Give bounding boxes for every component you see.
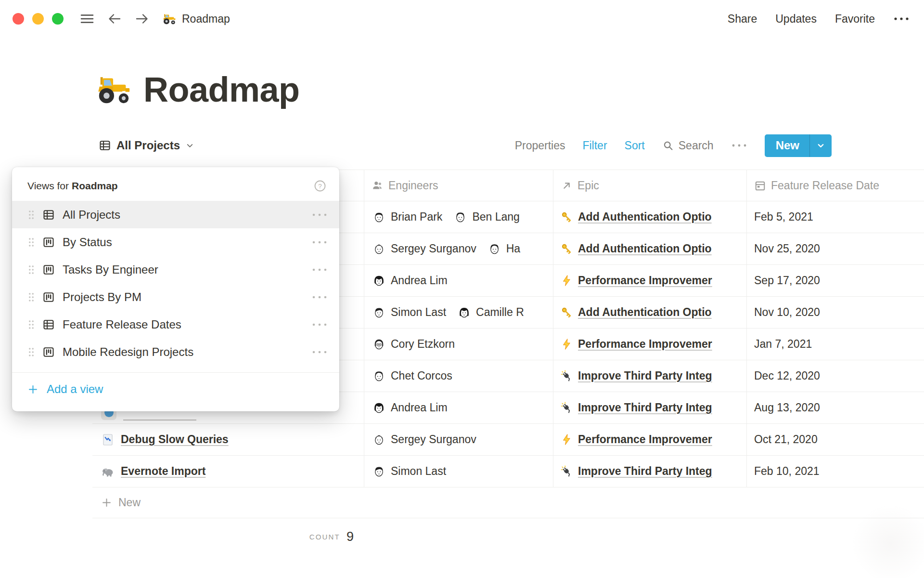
new-button[interactable]: New bbox=[765, 134, 809, 157]
breadcrumb[interactable]: Roadmap bbox=[162, 12, 230, 26]
add-view-button[interactable]: Add a view bbox=[12, 373, 339, 406]
name-cell[interactable]: Debug Slow Queries bbox=[92, 424, 364, 455]
epic-cell[interactable]: Add Authentication Optio bbox=[553, 297, 747, 328]
view-item-tasks-by-engineer[interactable]: Tasks By Engineer bbox=[12, 256, 339, 283]
person-chip[interactable]: Ben Lang bbox=[453, 210, 519, 224]
drag-handle-icon[interactable] bbox=[27, 292, 35, 302]
engineers-cell[interactable]: Cory Etzkorn bbox=[364, 328, 553, 360]
drag-handle-icon[interactable] bbox=[27, 237, 35, 248]
engineers-cell[interactable]: Simon Last bbox=[364, 456, 553, 487]
filter-button[interactable]: Filter bbox=[582, 139, 607, 152]
updates-button[interactable]: Updates bbox=[775, 13, 817, 26]
column-header-feature-release-date[interactable]: Feature Release Date bbox=[747, 170, 924, 201]
share-button[interactable]: Share bbox=[728, 13, 757, 26]
back-arrow-icon[interactable] bbox=[107, 12, 122, 26]
epic-link[interactable]: Add Authentication Optio bbox=[578, 306, 712, 319]
view-item-more-icon[interactable] bbox=[311, 212, 328, 217]
close-window-button[interactable] bbox=[13, 13, 24, 25]
epic-link[interactable]: Add Authentication Optio bbox=[578, 210, 712, 223]
person-chip[interactable]: Simon Last bbox=[372, 464, 446, 479]
release-date-cell[interactable]: Aug 13, 2020 bbox=[747, 392, 924, 423]
help-icon[interactable]: ? bbox=[313, 179, 327, 193]
epic-cell[interactable]: Performance Improvemer bbox=[553, 265, 747, 296]
view-item-more-icon[interactable] bbox=[311, 295, 328, 300]
drag-handle-icon[interactable] bbox=[27, 210, 35, 220]
release-date-cell[interactable]: Sep 17, 2020 bbox=[747, 265, 924, 296]
sidebar-menu-icon[interactable] bbox=[80, 13, 94, 25]
engineers-cell[interactable]: Brian ParkBen Lang bbox=[364, 201, 553, 233]
person-chip[interactable]: Brian Park bbox=[372, 210, 442, 224]
epic-link[interactable]: Add Authentication Optio bbox=[578, 242, 712, 255]
release-date-cell[interactable]: Oct 21, 2020 bbox=[747, 424, 924, 455]
release-date-cell[interactable]: Jan 7, 2021 bbox=[747, 328, 924, 360]
person-chip[interactable]: Camille R bbox=[457, 305, 524, 320]
person-chip[interactable]: Sergey Surganov bbox=[372, 432, 476, 447]
zoom-window-button[interactable] bbox=[52, 13, 64, 25]
view-item-more-icon[interactable] bbox=[311, 267, 328, 272]
engineers-cell[interactable]: Sergey SurganovHa bbox=[364, 233, 553, 264]
table-more-icon[interactable] bbox=[731, 143, 747, 148]
name-cell[interactable]: Evernote Import bbox=[92, 456, 364, 487]
engineers-cell[interactable]: Andrea Lim bbox=[364, 392, 553, 423]
search-button[interactable]: Search bbox=[662, 139, 714, 152]
epic-link[interactable]: Performance Improvemer bbox=[578, 274, 712, 287]
drag-handle-icon[interactable] bbox=[27, 319, 35, 330]
page-title-link[interactable]: Evernote Import bbox=[121, 465, 205, 478]
view-item-mobile-redesign-projects[interactable]: Mobile Redesign Projects bbox=[12, 338, 339, 366]
release-date-cell[interactable]: Feb 5, 2021 bbox=[747, 201, 924, 233]
epic-cell[interactable]: Improve Third Party Integ bbox=[553, 360, 747, 392]
engineers-cell[interactable]: Simon LastCamille R bbox=[364, 297, 553, 328]
favorite-button[interactable]: Favorite bbox=[835, 13, 875, 26]
view-item-feature-release-dates[interactable]: Feature Release Dates bbox=[12, 311, 339, 338]
drag-handle-icon[interactable] bbox=[27, 347, 35, 357]
views-popup-header: Views for Roadmap ? bbox=[12, 167, 339, 201]
view-chooser[interactable]: All Projects bbox=[99, 139, 194, 152]
epic-link[interactable]: Improve Third Party Integ bbox=[578, 369, 712, 382]
count-value[interactable]: 9 bbox=[346, 529, 354, 544]
column-header-label: Engineers bbox=[388, 179, 438, 192]
epic-cell[interactable]: Improve Third Party Integ bbox=[553, 392, 747, 423]
table-view-icon bbox=[42, 318, 55, 331]
epic-link[interactable]: Performance Improvemer bbox=[578, 338, 712, 351]
page-title-link[interactable]: Debug Slow Queries bbox=[121, 433, 229, 446]
person-chip[interactable]: Simon Last bbox=[372, 305, 446, 320]
person-chip[interactable]: Chet Corcos bbox=[372, 368, 452, 383]
person-chip[interactable]: Andrea Lim bbox=[372, 400, 448, 415]
sort-button[interactable]: Sort bbox=[625, 139, 645, 152]
more-menu-icon[interactable] bbox=[893, 16, 910, 21]
epic-cell[interactable]: Performance Improvemer bbox=[553, 424, 747, 455]
view-item-all-projects[interactable]: All Projects bbox=[12, 201, 339, 228]
epic-cell[interactable]: Add Authentication Optio bbox=[553, 201, 747, 233]
release-date-cell[interactable]: Feb 10, 2021 bbox=[747, 456, 924, 487]
epic-link[interactable]: Improve Third Party Integ bbox=[578, 465, 712, 478]
forward-arrow-icon[interactable] bbox=[135, 12, 149, 26]
release-date-cell[interactable]: Dec 12, 2020 bbox=[747, 360, 924, 392]
view-item-by-status[interactable]: By Status bbox=[12, 228, 339, 256]
release-date-cell[interactable]: Nov 25, 2020 bbox=[747, 233, 924, 264]
tractor-page-icon[interactable] bbox=[95, 70, 133, 108]
new-dropdown-chevron-icon[interactable] bbox=[809, 134, 832, 157]
person-chip[interactable]: Ha bbox=[487, 241, 520, 256]
epic-link[interactable]: Performance Improvemer bbox=[578, 433, 712, 446]
column-header-engineers[interactable]: Engineers bbox=[364, 170, 553, 201]
view-item-more-icon[interactable] bbox=[311, 322, 328, 327]
drag-handle-icon[interactable] bbox=[27, 264, 35, 275]
epic-cell[interactable]: Add Authentication Optio bbox=[553, 233, 747, 264]
release-date-cell[interactable]: Nov 10, 2020 bbox=[747, 297, 924, 328]
new-row-button[interactable]: New bbox=[92, 487, 924, 518]
epic-cell[interactable]: Improve Third Party Integ bbox=[553, 456, 747, 487]
engineers-cell[interactable]: Andrea Lim bbox=[364, 265, 553, 296]
engineers-cell[interactable]: Sergey Surganov bbox=[364, 424, 553, 455]
view-item-projects-by-pm[interactable]: Projects By PM bbox=[12, 283, 339, 311]
person-chip[interactable]: Cory Etzkorn bbox=[372, 337, 455, 352]
column-header-epic[interactable]: Epic bbox=[553, 170, 747, 201]
view-item-more-icon[interactable] bbox=[311, 350, 328, 355]
view-item-more-icon[interactable] bbox=[311, 240, 328, 245]
person-chip[interactable]: Sergey Surganov bbox=[372, 241, 476, 256]
epic-cell[interactable]: Performance Improvemer bbox=[553, 328, 747, 360]
engineers-cell[interactable]: Chet Corcos bbox=[364, 360, 553, 392]
minimize-window-button[interactable] bbox=[32, 13, 44, 25]
person-chip[interactable]: Andrea Lim bbox=[372, 273, 448, 288]
epic-link[interactable]: Improve Third Party Integ bbox=[578, 401, 712, 414]
properties-button[interactable]: Properties bbox=[515, 139, 565, 152]
